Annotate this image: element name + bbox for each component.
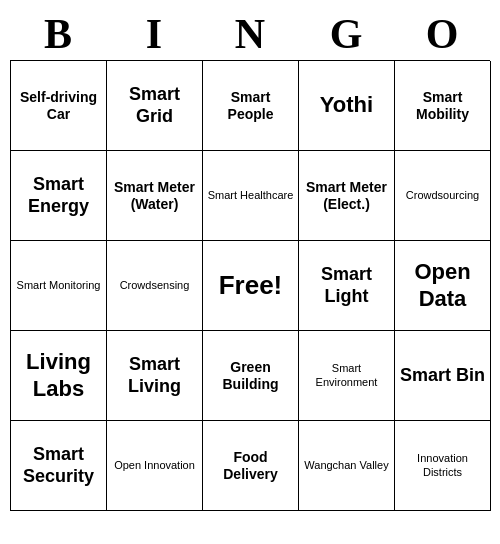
cell-r0-c4[interactable]: Smart Mobility [395,61,491,151]
cell-r0-c0[interactable]: Self-driving Car [11,61,107,151]
cell-text: Smart Living [111,354,198,397]
cell-r1-c3[interactable]: Smart Meter (Elect.) [299,151,395,241]
cell-r4-c1[interactable]: Open Innovation [107,421,203,511]
cell-text: Free! [219,270,283,301]
cell-r4-c3[interactable]: Wangchan Valley [299,421,395,511]
cell-r4-c0[interactable]: Smart Security [11,421,107,511]
cell-r3-c2[interactable]: Green Building [203,331,299,421]
cell-r0-c2[interactable]: Smart People [203,61,299,151]
cell-r4-c2[interactable]: Food Delivery [203,421,299,511]
bingo-header: BINGO [10,10,490,58]
cell-r3-c3[interactable]: Smart Environment [299,331,395,421]
cell-text: Yothi [320,92,373,118]
cell-r3-c1[interactable]: Smart Living [107,331,203,421]
cell-text: Smart Bin [400,365,485,387]
cell-text: Smart Grid [111,84,198,127]
cell-r3-c4[interactable]: Smart Bin [395,331,491,421]
cell-text: Living Labs [15,349,102,402]
bingo-letter: G [302,10,390,58]
cell-r1-c1[interactable]: Smart Meter (Water) [107,151,203,241]
cell-r2-c4[interactable]: Open Data [395,241,491,331]
cell-r2-c0[interactable]: Smart Monitoring [11,241,107,331]
cell-r1-c2[interactable]: Smart Healthcare [203,151,299,241]
cell-r4-c4[interactable]: Innovation Districts [395,421,491,511]
bingo-letter: O [398,10,486,58]
cell-text: Green Building [207,359,294,393]
cell-text: Smart People [207,89,294,123]
cell-text: Self-driving Car [15,89,102,123]
cell-r0-c1[interactable]: Smart Grid [107,61,203,151]
cell-r2-c2[interactable]: Free! [203,241,299,331]
cell-text: Smart Meter (Water) [111,179,198,213]
cell-r0-c3[interactable]: Yothi [299,61,395,151]
cell-text: Smart Mobility [399,89,486,123]
cell-text: Crowdsensing [120,279,190,292]
bingo-grid: Self-driving CarSmart GridSmart PeopleYo… [10,60,490,511]
cell-text: Smart Security [15,444,102,487]
cell-r1-c0[interactable]: Smart Energy [11,151,107,241]
cell-text: Crowdsourcing [406,189,479,202]
cell-text: Smart Light [303,264,390,307]
bingo-letter: N [206,10,294,58]
cell-text: Open Innovation [114,459,195,472]
cell-text: Smart Healthcare [208,189,294,202]
cell-text: Innovation Districts [399,452,486,478]
bingo-letter: I [110,10,198,58]
cell-text: Wangchan Valley [304,459,388,472]
cell-text: Food Delivery [207,449,294,483]
cell-r2-c1[interactable]: Crowdsensing [107,241,203,331]
cell-text: Smart Environment [303,362,390,388]
cell-text: Smart Meter (Elect.) [303,179,390,213]
bingo-letter: B [14,10,102,58]
cell-text: Smart Energy [15,174,102,217]
cell-text: Smart Monitoring [17,279,101,292]
cell-text: Open Data [399,259,486,312]
cell-r2-c3[interactable]: Smart Light [299,241,395,331]
cell-r1-c4[interactable]: Crowdsourcing [395,151,491,241]
cell-r3-c0[interactable]: Living Labs [11,331,107,421]
bingo-card: BINGO Self-driving CarSmart GridSmart Pe… [10,10,490,511]
